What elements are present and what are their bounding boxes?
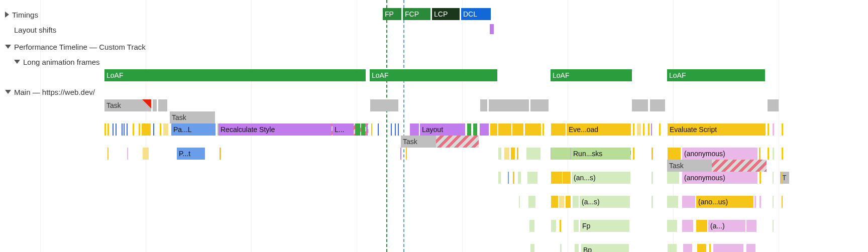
a-bar[interactable]: (a...): [708, 220, 745, 232]
evaluate-script-bar[interactable]: Evaluate Script: [668, 123, 766, 136]
task-slice[interactable]: [530, 99, 549, 111]
loaf-bar[interactable]: LoAF: [370, 69, 497, 81]
layout-bar-small[interactable]: L...: [333, 123, 354, 136]
loaf-bar[interactable]: LoAF: [551, 69, 632, 81]
loaf-bar[interactable]: LoAF: [104, 69, 366, 81]
loaf-bar[interactable]: LoAF: [667, 69, 765, 81]
ano-us-bar[interactable]: (ano...us): [696, 196, 753, 208]
main-track-header[interactable]: Main — https://web.dev/: [0, 84, 868, 99]
bp-bar[interactable]: Bp: [581, 244, 629, 252]
layout-shifts-label: Layout shifts: [14, 26, 56, 34]
task-slice[interactable]: [650, 99, 665, 111]
lcp-marker[interactable]: LCP: [432, 8, 460, 20]
task-slice[interactable]: [158, 99, 167, 111]
pt-bar[interactable]: P...t: [177, 148, 205, 160]
timings-markers-area: FP FCP LCP DCL: [0, 8, 868, 21]
perf-timeline-label: Performance Timeline — Custom Track: [14, 43, 146, 51]
task-slice[interactable]: [480, 99, 487, 111]
task-slice[interactable]: [489, 99, 529, 111]
an-s-bar[interactable]: (an...s): [572, 172, 630, 184]
run-tasks-bar[interactable]: Run...sks: [571, 148, 630, 160]
task-bar[interactable]: Task: [170, 111, 215, 123]
task-bar[interactable]: Task: [401, 136, 479, 148]
layout-shift-event[interactable]: [490, 24, 494, 34]
a-s-bar[interactable]: (a...s): [580, 196, 630, 208]
task-slice[interactable]: [153, 99, 157, 111]
task-slice[interactable]: [370, 99, 398, 111]
layout-bar[interactable]: Layout: [420, 123, 465, 136]
loaf-track-header[interactable]: Long animation frames: [0, 54, 868, 69]
anonymous-bar[interactable]: (anonymous): [682, 172, 757, 184]
chevron-down-icon: [14, 60, 20, 64]
chevron-down-icon: [5, 90, 11, 94]
parse-html-bar[interactable]: Pa...L: [171, 123, 215, 136]
event-load-bar[interactable]: Eve...oad: [567, 123, 631, 136]
task-bar[interactable]: Task: [104, 99, 151, 111]
recalculate-style-bar[interactable]: Recalculate Style: [219, 123, 332, 136]
task-bar[interactable]: Task: [667, 160, 767, 172]
fcp-marker[interactable]: FCP: [403, 8, 430, 20]
anonymous-bar[interactable]: (anonymous): [682, 148, 757, 160]
dcl-marker[interactable]: DCL: [461, 8, 491, 20]
main-label: Main — https://web.dev/: [14, 88, 95, 96]
task-slice[interactable]: [768, 99, 779, 111]
fp-marker[interactable]: FP: [383, 8, 401, 20]
loaf-label: Long animation frames: [23, 58, 100, 66]
chevron-down-icon: [5, 45, 11, 49]
task-slice[interactable]: [632, 99, 648, 111]
perf-timeline-track-header[interactable]: Performance Timeline — Custom Track: [0, 39, 868, 54]
fp-bar[interactable]: Fp: [580, 220, 629, 232]
layout-shifts-track-header[interactable]: Layout shifts: [0, 22, 868, 37]
